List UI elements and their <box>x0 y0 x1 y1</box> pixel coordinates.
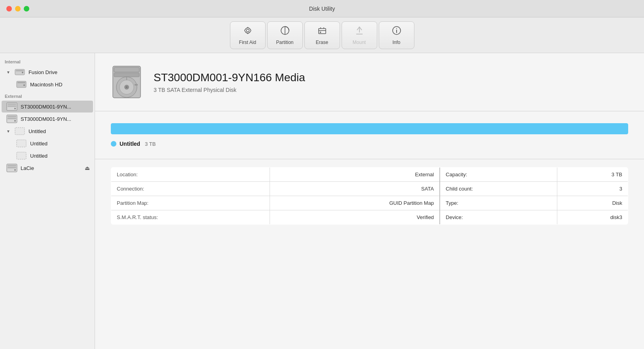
svg-point-26 <box>14 120 16 122</box>
st3000-1-icon <box>6 102 17 111</box>
svg-rect-36 <box>114 73 139 77</box>
maximize-button[interactable] <box>24 6 29 11</box>
info-table-area: Location: External Capacity: 3 TB Connec… <box>95 159 644 236</box>
smart-val: Verified <box>270 210 440 225</box>
mount-label: Mount <box>353 40 366 45</box>
untitled-1-label: Untitled <box>30 141 47 147</box>
window-title: Disk Utility <box>309 6 335 12</box>
info-icon <box>391 25 402 38</box>
title-bar: Disk Utility <box>0 0 644 17</box>
partition-bar-fill <box>111 123 628 134</box>
svg-rect-32 <box>8 167 16 168</box>
info-label: Info <box>392 40 400 45</box>
type-key: Type: <box>440 196 557 210</box>
svg-point-0 <box>246 29 249 32</box>
sidebar-item-fusion-drive[interactable]: ▼ Fusion Drive <box>2 66 93 78</box>
untitled-2-icon <box>16 151 27 160</box>
partition-button[interactable]: Partition <box>267 21 303 49</box>
svg-rect-42 <box>135 84 138 86</box>
untitled-2-label: Untitled <box>30 153 47 159</box>
sidebar-item-st3000-1[interactable]: ST3000DM001-9YN... <box>2 101 93 113</box>
svg-rect-25 <box>8 118 16 119</box>
capacity-val: 3 TB <box>557 168 628 182</box>
child-count-val: 3 <box>557 182 628 196</box>
mount-button[interactable]: Mount <box>342 21 377 49</box>
svg-point-15 <box>22 72 23 73</box>
erase-icon <box>317 25 327 38</box>
st3000-2-label: ST3000DM001-9YN... <box>21 116 71 122</box>
table-row: Partition Map: GUID Partition Map Type: … <box>111 196 628 210</box>
connection-key: Connection: <box>111 182 270 196</box>
svg-rect-17 <box>17 82 25 83</box>
lacie-icon <box>6 164 17 172</box>
info-button[interactable]: Info <box>379 21 414 49</box>
svg-rect-20 <box>8 103 16 105</box>
erase-label: Erase <box>316 40 328 45</box>
capacity-key: Capacity: <box>440 168 557 182</box>
location-key: Location: <box>111 168 270 182</box>
table-row: Location: External Capacity: 3 TB <box>111 168 628 182</box>
legend-dot <box>111 141 116 147</box>
sidebar: Internal ▼ Fusion Drive M <box>0 53 95 349</box>
partition-label: Partition <box>276 40 293 45</box>
partition-label: Untitled <box>120 141 140 147</box>
content-area: ST3000DM001-9YN166 Media 3 TB SATA Exter… <box>95 53 644 349</box>
sidebar-item-st3000-2[interactable]: ST3000DM001-9YN... <box>2 113 93 125</box>
internal-section-label: Internal <box>0 56 95 66</box>
partition-area: Untitled 3 TB <box>95 111 644 159</box>
svg-point-22 <box>14 108 16 109</box>
device-key: Device: <box>440 210 557 225</box>
svg-rect-29 <box>17 152 26 159</box>
sidebar-item-macintosh-hd[interactable]: Macintosh HD <box>2 78 93 90</box>
svg-rect-21 <box>8 105 16 107</box>
main-layout: Internal ▼ Fusion Drive M <box>0 53 644 349</box>
svg-rect-24 <box>8 116 16 117</box>
lacie-label: LaCie <box>21 165 34 171</box>
svg-rect-28 <box>17 140 26 147</box>
type-val: Disk <box>557 196 628 210</box>
external-section-label: External <box>0 91 95 100</box>
partition-icon <box>280 25 290 38</box>
disk-image <box>111 64 142 100</box>
svg-rect-5 <box>319 29 326 34</box>
untitled-1-icon <box>16 139 27 148</box>
minimize-button[interactable] <box>15 6 21 11</box>
svg-point-40 <box>126 86 127 88</box>
macintosh-hd-icon <box>16 80 27 89</box>
svg-point-33 <box>14 169 16 171</box>
chevron-untitled-icon: ▼ <box>6 129 10 133</box>
mount-icon <box>354 25 365 38</box>
close-button[interactable] <box>6 6 12 11</box>
lacie-eject-button[interactable]: ⏏ <box>85 165 90 171</box>
erase-button[interactable]: Erase <box>304 21 340 49</box>
info-table: Location: External Capacity: 3 TB Connec… <box>111 167 628 225</box>
svg-rect-27 <box>15 128 25 135</box>
toolbar: First Aid Partition Erase <box>0 17 644 53</box>
fusion-drive-label: Fusion Drive <box>28 69 57 75</box>
first-aid-icon <box>243 25 253 38</box>
disk-title-area: ST3000DM001-9YN166 Media 3 TB SATA Exter… <box>154 71 305 93</box>
disk-main-title: ST3000DM001-9YN166 Media <box>154 71 305 84</box>
macintosh-hd-label: Macintosh HD <box>30 82 63 88</box>
untitled-root-label: Untitled <box>28 128 46 134</box>
untitled-root-icon <box>14 127 25 135</box>
partition-legend: Untitled 3 TB <box>111 141 628 147</box>
first-aid-label: First Aid <box>239 40 256 45</box>
svg-rect-14 <box>16 70 24 71</box>
svg-point-18 <box>23 84 25 86</box>
sidebar-item-untitled-2[interactable]: Untitled <box>2 150 93 162</box>
child-count-key: Child count: <box>440 182 557 196</box>
disk-subtitle: 3 TB SATA External Physical Disk <box>154 87 305 93</box>
sidebar-item-lacie[interactable]: LaCie ⏏ <box>2 162 93 174</box>
partition-map-key: Partition Map: <box>111 196 270 210</box>
smart-key: S.M.A.R.T. status: <box>111 210 270 225</box>
sidebar-item-untitled-root[interactable]: ▼ Untitled <box>2 125 93 137</box>
partition-size: 3 TB <box>145 141 156 147</box>
sidebar-item-untitled-1[interactable]: Untitled <box>2 137 93 149</box>
first-aid-button[interactable]: First Aid <box>230 21 266 49</box>
partition-bar-container <box>111 123 628 134</box>
table-row: Connection: SATA Child count: 3 <box>111 182 628 196</box>
svg-rect-31 <box>8 165 16 166</box>
device-val: disk3 <box>557 210 628 225</box>
table-row: S.M.A.R.T. status: Verified Device: disk… <box>111 210 628 225</box>
